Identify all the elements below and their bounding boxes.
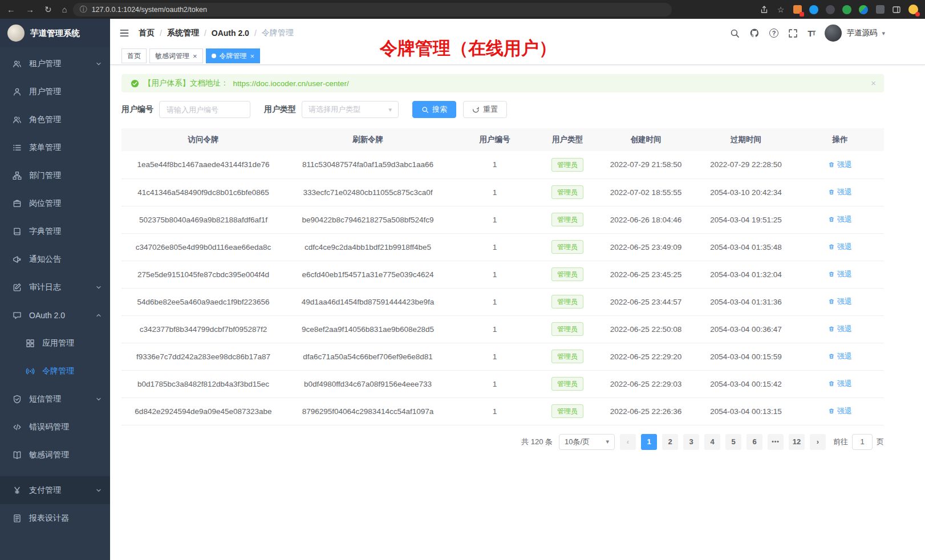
force-logout-button[interactable]: 强退 xyxy=(828,351,852,362)
force-logout-button[interactable]: 强退 xyxy=(828,379,852,389)
sidebar-item-errcode[interactable]: 错误码管理 xyxy=(0,413,110,441)
force-logout-button[interactable]: 强退 xyxy=(828,214,852,225)
fullscreen-icon[interactable] xyxy=(788,29,798,38)
sidebar-item-oauth-app[interactable]: 应用管理 xyxy=(0,329,110,357)
page-button[interactable]: 3 xyxy=(683,434,699,450)
sidebar-item-oauth[interactable]: OAuth 2.0 xyxy=(0,301,110,329)
close-icon[interactable]: × xyxy=(871,79,876,87)
next-page-button[interactable]: › xyxy=(810,434,826,450)
sidebar-item-role[interactable]: 角色管理 xyxy=(0,105,110,133)
page-button[interactable]: 4 xyxy=(704,434,720,450)
force-logout-button[interactable]: 强退 xyxy=(828,160,852,170)
user-id-cell: 1 xyxy=(451,397,539,425)
user-type-select[interactable]: 请选择用户类型 ▾ xyxy=(302,101,399,118)
page-button[interactable]: 6 xyxy=(747,434,762,450)
force-logout-button[interactable]: 强退 xyxy=(828,297,852,307)
force-logout-button[interactable]: 强退 xyxy=(828,187,852,197)
breadcrumb-home[interactable]: 首页 xyxy=(139,28,155,38)
site-info-icon[interactable]: ⓘ xyxy=(80,5,87,15)
user-id-input[interactable] xyxy=(159,101,250,118)
home-icon[interactable]: ⌂ xyxy=(62,5,67,14)
extension-icon[interactable] xyxy=(792,5,802,15)
navbar-actions: ? TT 芋道源码 ▾ xyxy=(730,25,885,42)
actions-cell: 强退 xyxy=(796,233,884,261)
user-id-cell: 1 xyxy=(451,288,539,315)
doc-link[interactable]: https://doc.iocoder.cn/user-center/ xyxy=(233,79,349,88)
share-icon[interactable] xyxy=(759,5,769,15)
force-logout-button[interactable]: 强退 xyxy=(828,324,852,334)
actions-cell: 强退 xyxy=(796,261,884,288)
errcode-icon xyxy=(12,423,22,432)
fold-sidebar-icon[interactable] xyxy=(119,28,129,38)
user-id-cell: 1 xyxy=(451,178,539,206)
tab-home[interactable]: 首页 xyxy=(121,48,147,63)
green-extension-icon[interactable] xyxy=(842,5,852,15)
sidebar-toggle-icon[interactable] xyxy=(891,5,902,15)
search-button[interactable]: 搜索 xyxy=(412,101,456,118)
sidebar-item-dept[interactable]: 部门管理 xyxy=(0,161,110,189)
refresh-token-cell: e6cfd40eb1f54571a31e775e039c4624 xyxy=(285,261,451,288)
sidebar-item-menu[interactable]: 菜单管理 xyxy=(0,133,110,161)
force-logout-button[interactable]: 强退 xyxy=(828,406,852,416)
force-logout-icon xyxy=(828,161,835,168)
gray-extension-icon[interactable] xyxy=(875,5,885,15)
close-icon[interactable]: × xyxy=(193,52,197,60)
page-button[interactable]: 5 xyxy=(725,434,741,450)
search-icon[interactable] xyxy=(730,29,740,38)
sidebar-item-sms[interactable]: 短信管理 xyxy=(0,385,110,413)
actions-cell: 强退 xyxy=(796,343,884,370)
forward-icon[interactable]: → xyxy=(26,5,34,14)
reload-icon[interactable]: ↻ xyxy=(44,5,52,14)
sidebar-item-audit[interactable]: 审计日志 xyxy=(0,273,110,301)
refresh-token-cell: be90422b8c7946218275a508bf524fc9 xyxy=(285,206,451,233)
refresh-token-cell: 49d1aa46d1454fbd87591444423be9fa xyxy=(285,288,451,315)
sidebar-item-dict[interactable]: 字典管理 xyxy=(0,217,110,245)
breadcrumb-oauth[interactable]: OAuth 2.0 xyxy=(212,29,249,38)
sidebar-item-notice[interactable]: 通知公告 xyxy=(0,245,110,273)
address-bar[interactable]: ⓘ 127.0.0.1:1024/system/oauth2/token xyxy=(73,3,672,17)
sidebar-item-oauth-token[interactable]: 令牌管理 xyxy=(0,357,110,385)
dark-extension-icon[interactable] xyxy=(825,5,835,15)
more-pages-icon[interactable]: ••• xyxy=(768,434,784,450)
tab-sensitive-words[interactable]: 敏感词管理 × xyxy=(149,48,203,63)
sidebar-item-tenant[interactable]: 租户管理 xyxy=(0,50,110,78)
user-type-badge: 管理员 xyxy=(551,404,583,418)
audit-icon xyxy=(12,283,22,292)
sidebar-item-user[interactable]: 用户管理 xyxy=(0,78,110,105)
sidebar-item-post[interactable]: 岗位管理 xyxy=(0,189,110,217)
table-row: 41c41346a548490f9dc8b01c6bfe0865 333ecfc… xyxy=(121,178,884,206)
reset-button[interactable]: 重置 xyxy=(463,101,507,118)
refresh-token-cell: b0df4980ffd34c67a08f9156e4eee733 xyxy=(285,370,451,397)
actions-cell: 强退 xyxy=(796,151,884,178)
breadcrumb-system[interactable]: 系统管理 xyxy=(167,28,199,38)
sidebar-item-pay[interactable]: 支付管理 xyxy=(0,476,110,504)
page-button[interactable]: 2 xyxy=(662,434,678,450)
url-text: 127.0.0.1:1024/system/oauth2/token xyxy=(92,6,207,14)
screen: ← → ↻ ⌂ ⓘ 127.0.0.1:1024/system/oauth2/t… xyxy=(0,0,925,560)
help-icon[interactable]: ? xyxy=(769,29,778,38)
force-logout-button[interactable]: 强退 xyxy=(828,242,852,252)
col-access-token: 访问令牌 xyxy=(121,128,285,151)
sidebar-menu: 租户管理 用户管理 角色管理 菜单管理 部门管理 xyxy=(0,47,110,532)
force-logout-button[interactable]: 强退 xyxy=(828,269,852,279)
sidebar-item-report[interactable]: 报表设计器 xyxy=(0,504,110,532)
user-menu[interactable]: 芋道源码 ▾ xyxy=(825,25,885,42)
sidebar-item-sensitive[interactable]: 敏感词管理 xyxy=(0,441,110,469)
github-icon[interactable] xyxy=(749,28,760,38)
prev-page-button[interactable]: ‹ xyxy=(620,434,636,450)
page-size-select[interactable]: 10条/页 ▾ xyxy=(559,434,615,450)
back-icon[interactable]: ← xyxy=(7,5,15,14)
tab-token[interactable]: 令牌管理 × xyxy=(206,48,261,63)
profile-avatar[interactable] xyxy=(908,5,918,15)
expire-time-cell: 2054-03-04 00:36:47 xyxy=(696,315,796,343)
page-button[interactable]: 12 xyxy=(789,434,805,450)
puzzle-extension-icon[interactable] xyxy=(858,5,869,15)
star-icon[interactable]: ☆ xyxy=(776,5,786,15)
twitter-extension-icon[interactable] xyxy=(809,5,819,15)
close-icon[interactable]: × xyxy=(250,52,255,60)
font-size-icon[interactable]: TT xyxy=(808,29,815,38)
page-button[interactable]: 1 xyxy=(641,434,657,450)
app-logo[interactable]: 芋道管理系统 xyxy=(0,19,110,47)
goto-page-input[interactable] xyxy=(852,434,873,450)
expire-time-cell: 2054-03-04 00:15:42 xyxy=(696,370,796,397)
